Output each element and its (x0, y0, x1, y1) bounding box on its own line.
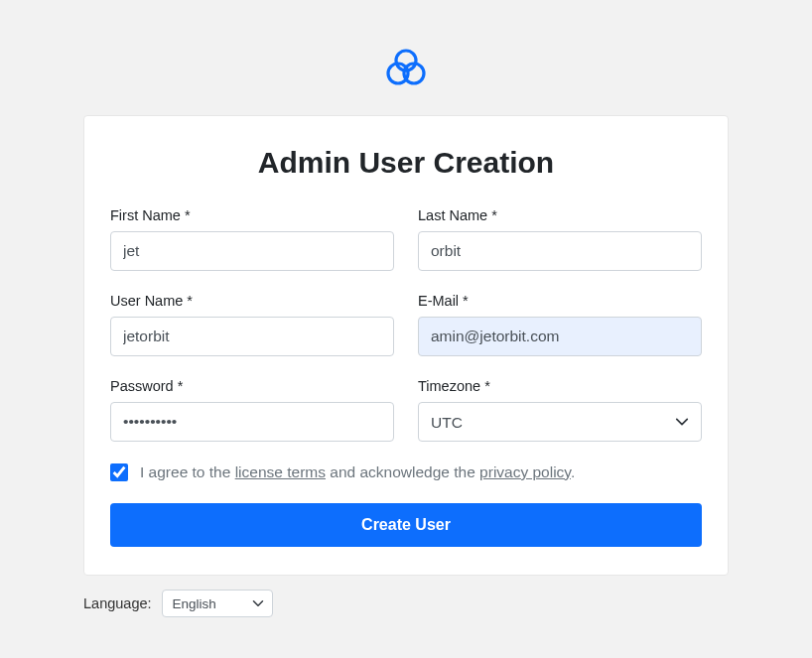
password-group: Password * (110, 378, 394, 442)
password-input[interactable] (110, 402, 394, 442)
agreement-row: I agree to the license terms and acknowl… (110, 463, 702, 481)
create-user-button[interactable]: Create User (110, 503, 702, 547)
email-input[interactable] (418, 317, 702, 356)
timezone-group: Timezone * UTC (418, 378, 702, 442)
last-name-input[interactable] (418, 231, 702, 271)
language-label: Language: (83, 595, 152, 611)
page-title: Admin User Creation (110, 146, 702, 180)
email-label: E-Mail * (418, 293, 702, 309)
privacy-policy-link[interactable]: privacy policy (479, 463, 571, 480)
user-name-label: User Name * (110, 293, 394, 309)
first-name-input[interactable] (110, 231, 394, 271)
agreement-text: I agree to the license terms and acknowl… (140, 463, 575, 481)
language-row: Language: English (83, 590, 729, 617)
password-label: Password * (110, 378, 394, 394)
logo-icon (382, 44, 430, 95)
license-terms-link[interactable]: license terms (235, 463, 326, 480)
last-name-group: Last Name * (418, 207, 702, 271)
email-group: E-Mail * (418, 293, 702, 356)
user-name-input[interactable] (110, 317, 394, 356)
timezone-select[interactable]: UTC (418, 402, 702, 442)
language-select[interactable]: English (162, 590, 273, 617)
timezone-label: Timezone * (418, 378, 702, 394)
first-name-label: First Name * (110, 207, 394, 223)
last-name-label: Last Name * (418, 207, 702, 223)
first-name-group: First Name * (110, 207, 394, 271)
agreement-checkbox[interactable] (110, 463, 128, 481)
user-name-group: User Name * (110, 293, 394, 356)
admin-user-creation-card: Admin User Creation First Name * Last Na… (83, 115, 729, 576)
